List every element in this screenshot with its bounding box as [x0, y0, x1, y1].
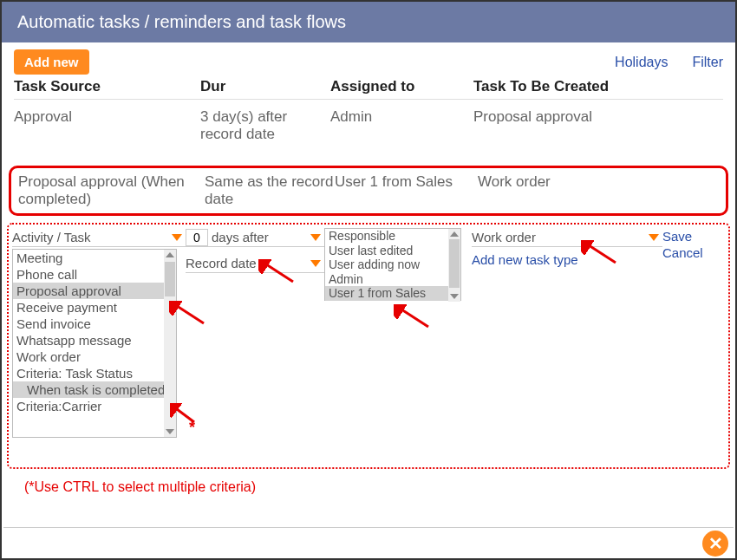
filter-link[interactable]: Filter [692, 55, 723, 70]
col-assigned: Assigned to [330, 78, 473, 95]
cell-source: Approval [14, 108, 200, 126]
table-row[interactable]: Approval 3 day(s) after record date Admi… [14, 100, 723, 166]
days-input[interactable] [186, 229, 208, 246]
asterisk-marker: * [189, 419, 195, 437]
cell-dur: 3 day(s) after record date [200, 108, 330, 143]
scrollbar[interactable] [448, 229, 460, 302]
cell-created: Proposal approval [473, 108, 723, 126]
row-editor: Activity / Task MeetingPhone callProposa… [7, 223, 730, 469]
days-word: days [212, 230, 239, 244]
scrollbar[interactable] [164, 250, 176, 437]
chevron-down-icon[interactable] [310, 260, 321, 267]
list-item[interactable]: Phone call [13, 266, 176, 283]
add-new-button[interactable]: Add new [14, 49, 89, 75]
cancel-link[interactable]: Cancel [662, 244, 725, 261]
record-date-label: Record date [186, 256, 257, 270]
list-item[interactable]: Criteria:Carrier [13, 398, 176, 414]
list-item[interactable]: Meeting [13, 250, 176, 266]
cell-created: Work order [478, 173, 719, 191]
activity-task-field[interactable]: Activity / Task [12, 228, 186, 247]
after-word: after [243, 230, 269, 244]
assignee-listbox[interactable]: ResponsibleUser last editedUser adding n… [324, 228, 461, 301]
title-text: Automatic tasks / reminders and task flo… [17, 12, 346, 31]
cell-assigned: User 1 from Sales [335, 173, 478, 191]
chevron-down-icon[interactable] [172, 234, 182, 241]
list-item[interactable]: Work order [13, 348, 176, 365]
cell-source: Proposal approval (When completed) [18, 173, 205, 208]
add-task-type-link[interactable]: Add new task type [472, 252, 578, 267]
list-item[interactable]: Receive payment [13, 299, 176, 316]
chevron-down-icon[interactable] [649, 234, 659, 241]
close-icon: ✕ [708, 533, 723, 554]
scroll-thumb[interactable] [165, 262, 175, 296]
activity-task-label: Activity / Task [12, 230, 91, 244]
list-item[interactable]: Send invoice [13, 316, 176, 332]
table-header: Task Source Dur Assigned to Task To Be C… [14, 78, 723, 100]
list-item[interactable]: Whatsapp message [13, 332, 176, 348]
page-title: Automatic tasks / reminders and task flo… [2, 2, 735, 42]
editor-actions: Save Cancel [662, 228, 725, 438]
list-item[interactable]: User last edited [325, 244, 460, 258]
table-row-selected[interactable]: Proposal approval (When completed) Same … [9, 166, 728, 216]
task-type-value: Work order [472, 230, 536, 244]
list-item[interactable]: Criteria: Task Status [13, 365, 176, 381]
ctrl-hint: (*Use CTRL to select multiple criteria) [2, 472, 735, 500]
list-item[interactable]: When task is completed [13, 381, 176, 398]
days-after-field[interactable]: days after [186, 228, 324, 247]
close-button[interactable]: ✕ [702, 531, 728, 557]
list-item[interactable]: User adding now [325, 257, 460, 272]
col-dur: Dur [200, 78, 330, 95]
list-item[interactable]: Admin [325, 272, 460, 287]
list-item[interactable]: User 1 from Sales [325, 286, 460, 301]
chevron-down-icon[interactable] [310, 234, 321, 241]
record-date-field[interactable]: Record date [186, 254, 324, 273]
task-table: Task Source Dur Assigned to Task To Be C… [2, 78, 735, 216]
col-task-created: Task To Be Created [473, 78, 723, 95]
toolbar: Add new Holidays Filter [2, 42, 735, 78]
holidays-link[interactable]: Holidays [615, 55, 668, 70]
cell-assigned: Admin [330, 108, 473, 126]
list-item[interactable]: Responsible [325, 229, 460, 244]
save-link[interactable]: Save [662, 228, 725, 244]
list-item[interactable]: Proposal approval [13, 283, 176, 299]
bottom-bar: ✕ [3, 527, 734, 557]
scroll-thumb[interactable] [449, 239, 460, 288]
col-task-source: Task Source [14, 78, 200, 95]
activity-listbox[interactable]: MeetingPhone callProposal approvalReceiv… [12, 249, 177, 438]
cell-dur: Same as the record date [205, 173, 335, 208]
task-type-field[interactable]: Work order [472, 228, 662, 247]
